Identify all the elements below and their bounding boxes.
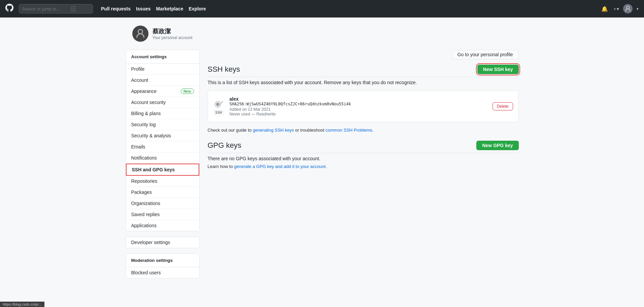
gpg-empty-message: There are no GPG keys associated with yo…: [208, 156, 519, 161]
search-bar[interactable]: /: [19, 4, 93, 13]
notifications-button[interactable]: 🔔: [600, 4, 609, 13]
top-navigation: / Pull requests Issues Marketplace Explo…: [0, 0, 644, 18]
sidebar-item-account[interactable]: Account: [126, 75, 199, 86]
sidebar-item-saved-replies[interactable]: Saved replies: [126, 209, 199, 220]
sidebar-item-emails[interactable]: Emails: [126, 141, 199, 152]
key-fingerprint: SHA256:WjSwUS4Z46Y9L0QfcsZJC+86ruQdnzkxm…: [230, 102, 487, 106]
sidebar-item-billing[interactable]: Billing & plans: [126, 108, 199, 119]
two-column-layout: Account settings Profile Account Appeara…: [126, 50, 519, 284]
search-input[interactable]: [22, 6, 69, 11]
sidebar-item-security-analysis[interactable]: Security & analysis: [126, 130, 199, 141]
sidebar-item-account-security[interactable]: Account security: [126, 97, 199, 108]
ssh-keys-section: SSH keys New SSH key This is a list of S…: [208, 65, 519, 133]
main-content: Go to your personal profile SSH keys New…: [208, 50, 519, 177]
developer-settings-section: Developer settings: [126, 237, 200, 248]
user-display-name: 蔡政潔: [152, 27, 193, 35]
user-header-info: 蔡政潔 Your personal account: [152, 27, 193, 40]
account-settings-header: Account settings: [126, 50, 199, 64]
profile-btn-row: Go to your personal profile: [208, 50, 519, 59]
account-settings-section: Account settings Profile Account Appeara…: [126, 50, 200, 231]
key-name: alex: [230, 96, 487, 102]
key-meta: Added on 12 Mar 2021 Never used — Read/w…: [230, 107, 487, 116]
gpg-section-title: GPG keys: [208, 141, 241, 150]
moderation-settings-section: Moderation settings Blocked users: [126, 253, 200, 278]
page-container: 蔡政潔 Your personal account Account settin…: [120, 18, 524, 292]
generating-ssh-keys-link[interactable]: generating SSH keys: [253, 128, 294, 133]
topnav-links: Pull requests Issues Marketplace Explore: [101, 6, 206, 11]
key-icon-block: SSH: [213, 98, 224, 115]
gpg-section-heading: GPG keys New GPG key: [208, 141, 519, 153]
nav-explore[interactable]: Explore: [189, 6, 206, 11]
nav-marketplace[interactable]: Marketplace: [156, 6, 183, 11]
sidebar-item-appearance[interactable]: Appearance New: [126, 86, 199, 97]
ssh-section-heading: SSH keys New SSH key: [208, 65, 519, 77]
sidebar-item-ssh-gpg[interactable]: SSH and GPG keys: [126, 164, 199, 176]
sidebar-item-packages[interactable]: Packages: [126, 187, 199, 198]
go-to-profile-button[interactable]: Go to your personal profile: [452, 50, 519, 59]
common-ssh-problems-link[interactable]: common SSH Problems: [326, 128, 372, 133]
topnav-right: 🔔 + ▾ ▾: [600, 4, 639, 13]
key-added-date: Added on 12 Mar 2021: [230, 107, 271, 112]
key-usage: Never used — Read/write: [230, 112, 276, 116]
ssh-section-title: SSH keys: [208, 65, 240, 74]
ssh-key-card: SSH alex SHA256:WjSwUS4Z46Y9L0QfcsZJC+86…: [208, 91, 519, 122]
appearance-new-badge: New: [181, 89, 194, 94]
key-details: alex SHA256:WjSwUS4Z46Y9L0QfcsZJC+86ruQd…: [230, 96, 487, 116]
key-icon: [213, 98, 224, 109]
sidebar: Account settings Profile Account Appeara…: [126, 50, 200, 284]
generate-gpg-key-link[interactable]: generate a GPG key and add it to your ac…: [234, 164, 326, 169]
new-ssh-key-button[interactable]: New SSH key: [477, 65, 519, 74]
ssh-section-description: This is a list of SSH keys associated wi…: [208, 80, 519, 85]
sidebar-item-blocked-users[interactable]: Blocked users: [126, 267, 199, 278]
ssh-type-label: SSH: [213, 110, 224, 115]
sidebar-item-applications[interactable]: Applications: [126, 220, 199, 231]
gpg-keys-section: GPG keys New GPG key There are no GPG ke…: [208, 141, 519, 169]
new-menu-button[interactable]: + ▾: [613, 6, 619, 11]
sidebar-item-organizations[interactable]: Organizations: [126, 198, 199, 209]
sidebar-item-repositories[interactable]: Repositories: [126, 176, 199, 187]
delete-key-button[interactable]: Delete: [493, 102, 513, 110]
plus-icon: +: [613, 6, 616, 11]
nav-pull-requests[interactable]: Pull requests: [101, 6, 131, 11]
user-avatar: [132, 26, 148, 42]
gpg-learn-text: Learn how to generate a GPG key and add …: [208, 164, 519, 169]
new-gpg-key-button[interactable]: New GPG key: [476, 141, 518, 150]
plus-chevron-icon: ▾: [617, 6, 619, 11]
avatar-chevron-icon: ▾: [637, 7, 639, 11]
sidebar-item-profile[interactable]: Profile: [126, 64, 199, 75]
slash-badge: /: [71, 6, 75, 11]
sidebar-item-developer-settings[interactable]: Developer settings: [126, 237, 199, 248]
ssh-guide-text: Check out our guide to generating SSH ke…: [208, 128, 519, 133]
sidebar-item-security-log[interactable]: Security log: [126, 119, 199, 130]
user-account-type: Your personal account: [152, 35, 193, 40]
sidebar-item-notifications[interactable]: Notifications: [126, 152, 199, 164]
moderation-settings-header: Moderation settings: [126, 254, 199, 267]
user-avatar-button[interactable]: [623, 4, 633, 13]
github-logo-icon[interactable]: [5, 4, 13, 14]
user-header: 蔡政潔 Your personal account: [132, 26, 519, 42]
nav-issues[interactable]: Issues: [136, 6, 151, 11]
